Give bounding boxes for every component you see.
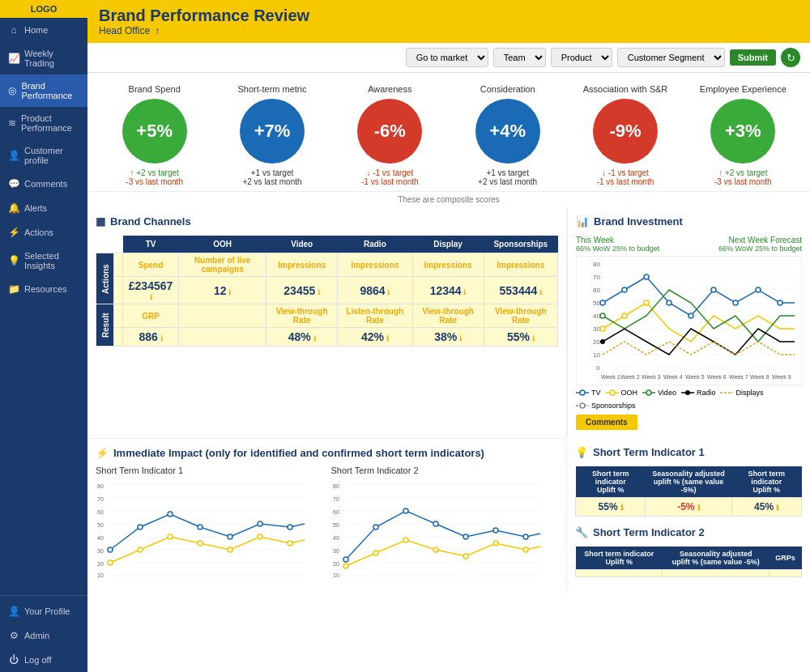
sidebar-item-admin[interactable]: ⚙ Admin [0, 623, 87, 648]
info-icon[interactable]: ℹ [150, 293, 152, 301]
svg-point-81 [288, 541, 292, 546]
svg-text:70: 70 [593, 274, 600, 281]
gear-icon: ⚙ [8, 630, 19, 641]
sidebar-label-actions: Actions [24, 228, 53, 237]
val-campaigns: 12 [214, 284, 227, 297]
svg-point-100 [403, 508, 408, 513]
this-week-label: This Week [576, 236, 659, 245]
sti-col3-header: Short term indicatorUplift % [731, 466, 801, 498]
submit-button[interactable]: Submit [730, 49, 776, 66]
metric-vtr-video: View-through Rate [276, 307, 328, 325]
svg-text:40: 40 [97, 535, 104, 541]
info-icon[interactable]: ℹ [776, 504, 778, 512]
kpi-consideration-label: Consideration [480, 84, 535, 94]
svg-text:30: 30 [97, 548, 104, 554]
svg-point-75 [108, 560, 113, 565]
impact-title: ⚡ Immediate Impact (only for identified … [96, 447, 558, 459]
info-icon[interactable]: ℹ [313, 334, 316, 342]
info-icon[interactable]: ℹ [160, 334, 163, 342]
info-icon[interactable]: ℹ [387, 288, 390, 296]
info-icon[interactable]: ℹ [228, 288, 231, 296]
col-display: Display [412, 236, 484, 253]
metric-impressions-radio: Impressions [351, 261, 399, 270]
refresh-button[interactable]: ↻ [781, 48, 800, 67]
info-icon[interactable]: ℹ [386, 334, 389, 342]
info-icon[interactable]: ℹ [463, 288, 466, 296]
svg-text:Week 8: Week 8 [750, 374, 770, 380]
svg-point-106 [373, 551, 378, 555]
kpi-brand-spend-stats: ↑ +2 vs target -3 vs last month [126, 168, 183, 186]
folder-icon: 📁 [8, 283, 19, 295]
main-content: Brand Performance Review Head Office ↑ G… [87, 0, 810, 672]
person-icon: 👤 [8, 150, 19, 161]
page-header: Brand Performance Review Head Office ↑ [87, 0, 810, 43]
sidebar-label-comments: Comments [24, 179, 67, 189]
lightning-icon: ⚡ [8, 227, 19, 238]
sti-1-title: 💡 Short Term Indicator 1 [575, 446, 802, 458]
sidebar-item-your-profile[interactable]: 👤 Your Profile [0, 599, 87, 623]
table-row-result-metric: Result GRP View-through Rate Listen-thro… [96, 304, 558, 328]
sidebar-item-alerts[interactable]: 🔔 Alerts [0, 196, 87, 220]
result-label: Result [96, 304, 114, 347]
page-subtitle: Head Office ↑ [99, 25, 799, 36]
metric-ltr-radio: Listen-through Rate [347, 307, 404, 325]
customer-segment-filter[interactable]: Customer Segment [617, 48, 725, 67]
info-icon[interactable]: ℹ [318, 288, 320, 296]
sidebar-item-log-off[interactable]: ⏻ Log off [0, 648, 87, 672]
bi-this-week: This Week 66% WoW 25% to budget [576, 236, 659, 253]
svg-point-80 [258, 534, 262, 539]
power-icon: ⏻ [8, 654, 19, 666]
upload-icon[interactable]: ↑ [155, 25, 160, 36]
team-filter[interactable]: Team [493, 48, 546, 67]
sidebar-label-your-profile: Your Profile [24, 606, 70, 616]
impact-chart2-svg: 80 70 60 50 40 30 20 10 [331, 478, 542, 584]
sidebar-item-selected-insights[interactable]: 💡 Selected Insights [0, 245, 87, 277]
svg-point-73 [258, 521, 262, 526]
svg-point-110 [493, 541, 498, 546]
sidebar-item-comments[interactable]: 💬 Comments [0, 172, 87, 196]
kpi-association-label: Association with S&R [583, 84, 668, 94]
info-icon[interactable]: ℹ [697, 504, 700, 512]
svg-text:40: 40 [593, 313, 600, 320]
info-icon[interactable]: ℹ [532, 334, 535, 342]
svg-text:Week 2: Week 2 [620, 374, 640, 380]
go-to-market-filter[interactable]: Go to market [406, 48, 488, 67]
svg-text:60: 60 [593, 287, 600, 294]
sidebar-item-customer-profile[interactable]: 👤 Customer profile [0, 139, 87, 172]
stat-down: -3 vs last month [126, 177, 183, 186]
sidebar-item-actions[interactable]: ⚡ Actions [0, 220, 87, 245]
kpi-awareness: Awareness -6% ↓ -1 vs target -1 vs last … [331, 84, 449, 186]
product-filter[interactable]: Product [551, 48, 612, 67]
svg-point-104 [523, 534, 528, 539]
toolbar: Go to market Team Product Customer Segme… [87, 43, 810, 73]
sidebar-item-product-performance[interactable]: ≋ Product Performance [0, 107, 87, 139]
composite-note: These are composite scores [87, 191, 810, 207]
svg-point-71 [198, 525, 202, 530]
info-icon[interactable]: ℹ [459, 334, 462, 342]
svg-text:70: 70 [333, 496, 339, 502]
comments-button[interactable]: Comments [576, 415, 637, 430]
info-icon[interactable]: ℹ [620, 504, 623, 512]
svg-text:20: 20 [593, 338, 600, 346]
svg-text:30: 30 [333, 548, 339, 554]
svg-point-21 [667, 300, 671, 305]
kpi-awareness-stats: ↓ -1 vs target -1 vs last month [361, 168, 419, 186]
svg-text:20: 20 [97, 561, 104, 567]
sidebar-item-home[interactable]: ⌂ Home [0, 18, 87, 42]
sidebar-item-weekly-trading[interactable]: 📈 Weekly Trading [0, 42, 87, 74]
col-video: Video [266, 236, 338, 253]
chart-bar-icon: 📊 [576, 215, 589, 228]
chart-icon: 📈 [8, 53, 19, 64]
sidebar-item-resources[interactable]: 📁 Resources [0, 277, 87, 301]
sidebar-item-brand-performance[interactable]: ◎ Brand Performance [0, 74, 87, 107]
metric-impressions-video: Impressions [278, 261, 326, 270]
svg-text:50: 50 [97, 522, 104, 528]
val-impressions-display: 12344 [430, 284, 462, 297]
col-radio: Radio [338, 236, 412, 253]
office-label: Head Office [99, 25, 150, 36]
info-icon[interactable]: ℹ [539, 288, 542, 296]
svg-point-79 [228, 547, 232, 552]
kpi-association-stats: ↓ -1 vs target -1 vs last month [597, 168, 654, 186]
svg-point-20 [644, 274, 649, 279]
svg-point-29 [644, 300, 649, 305]
